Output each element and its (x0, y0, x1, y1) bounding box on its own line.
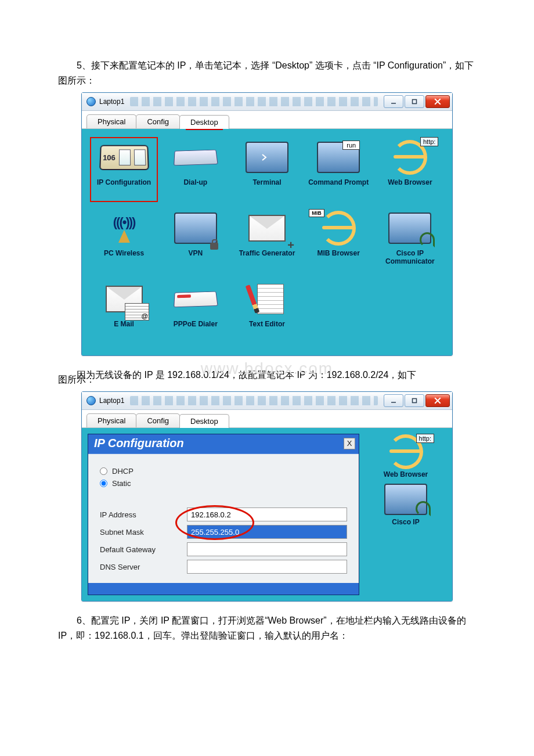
ip-configuration-panel: IP Configuration X DHCP Static IP Addres… (88, 434, 359, 595)
app-label: Web Browser (388, 179, 432, 187)
titlebar-glass (130, 97, 378, 106)
tab-physical[interactable]: Physical (86, 413, 136, 427)
app-icon (86, 97, 96, 106)
traffic-generator-icon: + (241, 208, 293, 249)
app-label: E Mail (114, 321, 134, 329)
app-label: Cisco IP Communicator (376, 250, 444, 266)
svg-rect-1 (413, 100, 417, 104)
app-label: PPPoE Dialer (174, 321, 218, 329)
app-mib-browser[interactable]: MIB MIB Browser (305, 208, 373, 273)
run-label: run (342, 141, 360, 150)
default-gateway-input[interactable] (187, 542, 347, 556)
dhcp-radio[interactable] (100, 467, 107, 475)
cisco-ip-communicator-icon (384, 208, 436, 249)
cisco-ip-communicator-icon (380, 481, 432, 517)
app-cisco-ip-communicator[interactable]: Cisco IP (380, 481, 432, 527)
app-cisco-ip-communicator[interactable]: Cisco IP Communicator (376, 208, 444, 273)
panel-title: IP Configuration (94, 437, 184, 450)
app-terminal[interactable]: Terminal (233, 137, 301, 202)
desktop-content: IP Configuration X DHCP Static IP Addres… (82, 428, 452, 601)
app-icon (86, 396, 96, 405)
minimize-button[interactable] (384, 394, 403, 407)
app-text-editor[interactable]: Text Editor (233, 279, 301, 344)
laptop1-window-ipconfig: Laptop1 Physical Config Desktop IP Confi… (81, 391, 453, 602)
app-label: Terminal (252, 179, 281, 187)
tab-bar: Physical Config Desktop (82, 111, 452, 129)
web-browser-icon: http: (380, 434, 432, 470)
dns-server-input[interactable] (187, 560, 347, 574)
ip-address-label: IP Address (100, 510, 187, 519)
http-label: http: (416, 434, 434, 443)
app-label: Text Editor (249, 321, 285, 329)
text-editor-icon (241, 279, 293, 319)
modem-icon (169, 137, 222, 178)
panel-close-button[interactable]: X (344, 438, 355, 449)
web-browser-icon: http: (384, 137, 436, 178)
tab-bar: Physical Config Desktop (82, 410, 452, 428)
laptop1-window-desktop: Laptop1 Physical Config Desktop 106 IP C… (81, 92, 453, 356)
app-command-prompt[interactable]: run Command Prompt (305, 137, 373, 202)
app-dial-up[interactable]: Dial-up (161, 137, 229, 202)
command-prompt-icon: run (312, 137, 365, 178)
side-tiles: http: Web Browser Cisco IP (365, 434, 446, 595)
titlebar: Laptop1 (82, 93, 452, 111)
app-label: VPN (188, 250, 203, 258)
app-label: Traffic Generator (239, 250, 295, 258)
paragraph-5: 5、接下来配置笔记本的 IP，单击笔记本，选择 “Desktop” 选项卡，点击… (58, 58, 476, 88)
app-web-browser[interactable]: http: Web Browser (380, 434, 432, 479)
tab-physical[interactable]: Physical (86, 114, 136, 128)
tab-desktop[interactable]: Desktop (179, 414, 229, 428)
window-title: Laptop1 (99, 397, 124, 405)
app-label: Web Browser (384, 471, 428, 479)
close-button[interactable] (425, 95, 450, 108)
app-label: Cisco IP (392, 519, 419, 527)
email-icon: @ (98, 279, 150, 319)
tab-config[interactable]: Config (136, 114, 180, 128)
mib-browser-icon: MIB (312, 208, 365, 249)
titlebar-glass (130, 396, 378, 405)
app-label: Command Prompt (308, 179, 369, 187)
titlebar: Laptop1 (82, 392, 452, 410)
app-ip-configuration[interactable]: 106 IP Configuration (90, 137, 158, 202)
app-label: PC Wireless (104, 250, 144, 258)
paragraph-6: 6、配置完 IP，关闭 IP 配置窗口，打开浏览器“Web Browser”，在… (58, 613, 476, 643)
dns-server-label: DNS Server (100, 563, 187, 571)
minimize-button[interactable] (384, 95, 403, 108)
subnet-mask-input[interactable] (187, 525, 347, 539)
static-radio[interactable] (100, 480, 107, 487)
app-traffic-generator[interactable]: + Traffic Generator (233, 208, 301, 273)
app-vpn[interactable]: VPN (161, 208, 229, 273)
app-pc-wireless[interactable]: (((•))) PC Wireless (90, 208, 158, 273)
ip-configuration-icon: 106 (98, 137, 150, 178)
app-email[interactable]: @ E Mail (90, 279, 158, 344)
default-gateway-label: Default Gateway (100, 545, 187, 554)
tab-desktop[interactable]: Desktop (179, 115, 229, 129)
close-button[interactable] (425, 394, 450, 407)
tab-config[interactable]: Config (136, 413, 180, 427)
desktop-apps-grid: 106 IP Configuration Dial-up Terminal ru… (82, 129, 452, 355)
window-title: Laptop1 (99, 98, 124, 106)
http-label: http: (420, 137, 438, 146)
mib-tag: MIB (309, 209, 324, 217)
terminal-icon (241, 137, 293, 178)
paragraph-ip-note-a: 因为无线设备的 IP 是 192.168.0.1/24，故配置笔记本 IP 为：… (58, 368, 476, 383)
app-label: MIB Browser (317, 250, 360, 258)
app-label: Dial-up (183, 179, 207, 187)
app-pppoe-dialer[interactable]: PPPoE Dialer (161, 279, 229, 344)
pppoe-dialer-icon (169, 279, 222, 319)
wireless-icon: (((•))) (98, 208, 150, 249)
maximize-button[interactable] (405, 394, 424, 407)
ip-address-input[interactable] (187, 507, 347, 521)
svg-rect-5 (413, 399, 417, 403)
static-label: Static (112, 479, 131, 488)
app-label: IP Configuration (97, 179, 151, 187)
vpn-icon (169, 208, 222, 249)
ipconf-digits: 106 (102, 153, 115, 162)
app-web-browser[interactable]: http: Web Browser (376, 137, 444, 202)
maximize-button[interactable] (405, 95, 424, 108)
dhcp-label: DHCP (112, 467, 134, 476)
subnet-mask-label: Subnet Mask (100, 528, 187, 537)
